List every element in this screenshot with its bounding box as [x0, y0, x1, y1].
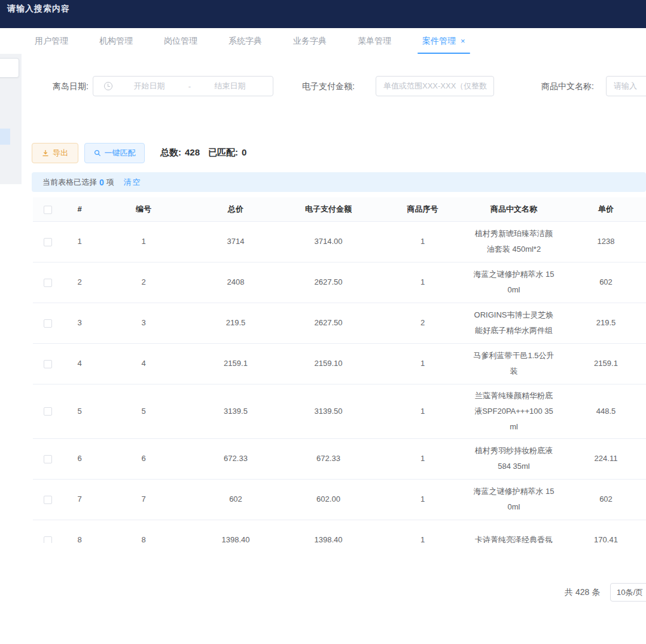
- epay-amount-input[interactable]: 单值或范围XXX-XXX（仅整数: [376, 76, 494, 96]
- row-checkbox[interactable]: [44, 536, 52, 543]
- cell-epay: 2627.50: [281, 262, 376, 303]
- selection-info-bar: 当前表格已选择 0 项 清空: [32, 172, 646, 192]
- download-icon: [42, 149, 49, 157]
- row-checkbox[interactable]: [44, 407, 52, 416]
- tab-label: 用户管理: [35, 36, 68, 47]
- tab-item-5[interactable]: 菜单管理: [358, 28, 391, 54]
- tab-label: 案件管理: [422, 36, 456, 47]
- table-row: 66672.33672.331植村秀羽纱持妆粉底液 584 35ml224.11: [33, 438, 646, 479]
- cell-name: 兰蔻菁纯臻颜精华粉底液SPF20PA+++100 35ml: [469, 384, 559, 438]
- cell-total: 1398.40: [191, 520, 281, 543]
- cell-name: 海蓝之谜修护精萃水 150ml: [469, 262, 559, 303]
- date-filter-label: 离岛日期:: [53, 81, 89, 92]
- match-button-label: 一键匹配: [105, 148, 136, 158]
- cell-price: 219.5: [559, 303, 646, 343]
- column-header: 商品序号: [376, 197, 469, 221]
- tab-close-icon[interactable]: ×: [461, 36, 465, 45]
- column-header: 总价: [191, 197, 281, 221]
- cell-name: 植村秀羽纱持妆粉底液 584 35ml: [469, 438, 559, 479]
- cell-code: 6: [96, 438, 191, 479]
- tab-item-3[interactable]: 系统字典: [228, 28, 262, 54]
- cell-seq: 1: [376, 438, 469, 479]
- cell-epay: 2627.50: [281, 303, 376, 343]
- cell-total: 3714: [191, 221, 281, 262]
- selection-prefix: 当前表格已选择: [42, 177, 97, 188]
- row-checkbox[interactable]: [44, 319, 52, 328]
- table-row: 881398.401398.401卡诗菁纯亮泽经典香氛170.41: [33, 520, 646, 543]
- tab-label: 机构管理: [99, 36, 133, 47]
- tab-bar: 用户管理机构管理岗位管理系统字典业务字典菜单管理案件管理×: [0, 28, 646, 54]
- data-table: #编号总价电子支付金额商品序号商品中文名称单价 1137143714.001植村…: [33, 197, 646, 543]
- cell-seq: 1: [376, 343, 469, 384]
- row-checkbox[interactable]: [44, 279, 52, 287]
- column-header: 编号: [96, 197, 191, 221]
- row-checkbox[interactable]: [44, 238, 52, 246]
- cell-code: 7: [96, 479, 191, 520]
- cell-total: 219.5: [191, 303, 281, 343]
- product-name-input[interactable]: 请输入: [606, 76, 646, 96]
- matched-value: 0: [238, 147, 246, 157]
- left-edge-fragment: [0, 129, 10, 145]
- cell-num: 6: [63, 438, 96, 479]
- global-search-input[interactable]: 请输入搜索内容: [7, 4, 70, 14]
- cell-seq: 1: [376, 520, 469, 543]
- cell-seq: 2: [376, 303, 469, 343]
- selection-suffix: 项: [106, 177, 114, 188]
- cell-seq: 1: [376, 221, 469, 262]
- cell-total: 672.33: [191, 438, 281, 479]
- cell-epay: 3139.50: [281, 384, 376, 438]
- cell-num: 4: [63, 343, 96, 384]
- tab-item-6[interactable]: 案件管理×: [422, 28, 465, 54]
- cell-code: 2: [96, 262, 191, 303]
- cell-num: 8: [63, 520, 96, 543]
- row-checkbox[interactable]: [44, 455, 52, 463]
- tab-item-2[interactable]: 岗位管理: [164, 28, 197, 54]
- one-click-match-button[interactable]: 一键匹配: [84, 143, 145, 163]
- cell-num: 1: [63, 221, 96, 262]
- cell-total: 2159.1: [191, 343, 281, 384]
- column-header: 商品中文名称: [469, 197, 559, 221]
- clear-selection-link[interactable]: 清空: [124, 177, 142, 188]
- cell-price: 448.5: [559, 384, 646, 438]
- cell-price: 1238: [559, 221, 646, 262]
- cell-num: 2: [63, 262, 96, 303]
- page-size-select[interactable]: 10条/页: [610, 583, 646, 602]
- cell-name: 卡诗菁纯亮泽经典香氛: [469, 520, 559, 543]
- date-range-picker[interactable]: 开始日期 - 结束日期: [93, 76, 273, 96]
- cell-epay: 3714.00: [281, 221, 376, 262]
- pagination-total: 共 428 条: [565, 587, 600, 598]
- tab-item-1[interactable]: 机构管理: [99, 28, 133, 54]
- date-start-placeholder: 开始日期: [112, 81, 186, 91]
- cell-total: 3139.5: [191, 384, 281, 438]
- row-checkbox[interactable]: [44, 496, 52, 504]
- cell-seq: 1: [376, 384, 469, 438]
- export-button[interactable]: 导出: [32, 143, 78, 163]
- cell-code: 1: [96, 221, 191, 262]
- tab-label: 岗位管理: [164, 36, 197, 47]
- table-row: 553139.53139.501兰蔻菁纯臻颜精华粉底液SPF20PA+++100…: [33, 384, 646, 438]
- cell-total: 2408: [191, 262, 281, 303]
- tab-item-4[interactable]: 业务字典: [293, 28, 327, 54]
- cell-code: 3: [96, 303, 191, 343]
- cell-price: 2159.1: [559, 343, 646, 384]
- cell-name: 马爹利蓝带干邑1.5公升装: [469, 343, 559, 384]
- product-name-filter-label: 商品中文名称:: [541, 81, 594, 92]
- clock-icon: [104, 82, 112, 90]
- cell-code: 5: [96, 384, 191, 438]
- cell-price: 224.11: [559, 438, 646, 479]
- table-row: 33219.52627.502ORIGINS韦博士灵芝焕能好底子精华水两件组21…: [33, 303, 646, 343]
- app-window: 请输入搜索内容 用户管理机构管理岗位管理系统字典业务字典菜单管理案件管理× 离岛…: [0, 0, 646, 644]
- select-all-checkbox[interactable]: [44, 206, 52, 214]
- tab-item-0[interactable]: 用户管理: [35, 28, 68, 54]
- cell-price: 602: [559, 479, 646, 520]
- cell-epay: 2159.10: [281, 343, 376, 384]
- column-header: 单价: [559, 197, 646, 221]
- total-label: 总数:: [160, 147, 181, 157]
- cell-seq: 1: [376, 479, 469, 520]
- column-header: 电子支付金额: [281, 197, 376, 221]
- row-checkbox[interactable]: [44, 360, 52, 368]
- table-row: 1137143714.001植村秀新琥珀臻萃洁颜油套装 450ml*21238: [33, 221, 646, 262]
- totals-summary: 总数:428已匹配:0: [160, 147, 246, 158]
- export-button-label: 导出: [53, 148, 68, 158]
- column-header: #: [63, 197, 96, 221]
